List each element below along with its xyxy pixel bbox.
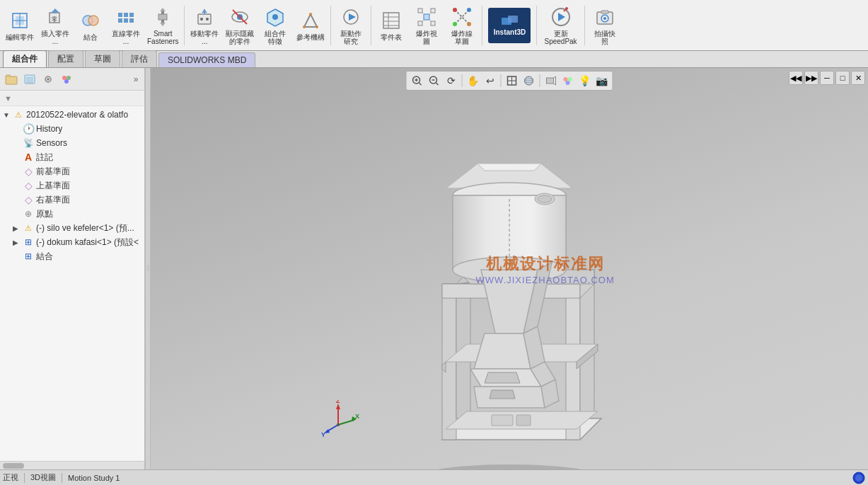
status-3d-view[interactable]: 3D視圖 [30,472,56,483]
move-part-btn[interactable]: 移動零件... [187,3,221,48]
panel-icon-folder[interactable] [3,71,20,88]
front-plane-icon: ◇ [23,166,34,177]
svg-point-65 [603,17,606,20]
toolbar-divider-5 [536,6,537,45]
svg-point-55 [453,22,457,26]
svg-marker-91 [554,76,556,85]
expand-icon-dokum: ▶ [13,239,23,246]
svg-point-139 [337,423,340,426]
speedpak-label: 更新SpeedPak [544,30,577,45]
panel-icon-settings[interactable] [40,71,57,88]
panel-toolbar: » [0,68,144,91]
exploded-view-label: 爆炸視圖 [416,30,437,45]
vp-zoom-in-btn[interactable] [410,73,425,89]
h-scrollbar[interactable] [0,461,144,469]
tree-label-combine: 結合 [36,251,53,263]
speedpak-btn[interactable]: 更新SpeedPak [540,3,581,48]
svg-rect-43 [418,8,422,13]
vp-view-btn[interactable] [504,73,520,89]
vp-sphere-btn[interactable] [521,73,537,89]
combine-btn[interactable]: 結合 [74,3,108,48]
panel-icon-color[interactable] [58,71,75,88]
combine-label: 結合 [83,33,98,41]
vp-divider-3 [540,74,540,87]
svg-marker-126 [485,372,520,383]
vp-undo-btn[interactable]: ↩ [482,73,498,89]
origin-icon: ⊕ [23,208,34,219]
svg-point-28 [272,14,278,20]
toolbar-divider-4 [482,6,482,45]
svg-point-75 [66,76,71,80]
vp-light-btn[interactable]: 💡 [577,73,593,89]
h-scroll-thumb[interactable] [3,463,24,469]
linear-pattern-btn[interactable]: 直線零件... [109,3,143,48]
tab-solidworks-mbd[interactable]: SOLIDWORKS MBD [158,52,255,67]
vp-pan-btn[interactable]: ✋ [465,73,481,89]
tab-config[interactable]: 配置 [48,50,83,67]
vp-zoom-out-btn[interactable] [427,73,442,89]
tree-item-root[interactable]: ▼ ⚠ 20120522-elevator & olatfo [0,108,144,122]
tree-item-origin[interactable]: ⊕ 原點 [0,207,144,221]
new-motion-btn[interactable]: 新動作研究 [334,3,368,48]
collapse-left-btn[interactable]: ◀◀ [789,71,803,85]
assembly-feature-btn[interactable]: 組合件特徵 [258,3,292,48]
status-bar: 正視 3D視圖 Motion Study 1 [0,469,868,485]
panel-expand-btn[interactable]: » [130,71,141,88]
svg-rect-13 [124,18,128,23]
status-motion-study[interactable]: Motion Study 1 [68,474,120,482]
minimize-btn[interactable]: ─ [820,71,834,85]
tree-item-annotation[interactable]: A 註記 [0,150,144,164]
vp-color-btn[interactable] [560,73,576,89]
tab-drawing[interactable]: 草圖 [85,50,120,67]
svg-point-56 [467,22,471,26]
insert-part-btn[interactable]: 零 插入零件... [38,3,72,48]
svg-point-53 [453,8,457,12]
svg-rect-129 [516,415,531,426]
svg-text:Y: Y [321,431,325,438]
exploded-view-btn[interactable]: 爆炸視圖 [410,3,444,48]
smart-fasteners-label: SmartFasteners [147,30,178,45]
tree-item-history[interactable]: 🕐 History [0,122,144,136]
tab-evaluate[interactable]: 評估 [122,50,157,67]
expand-icon-silo: ▶ [13,224,23,232]
svg-point-62 [565,7,568,10]
vp-camera-btn[interactable]: 📷 [594,73,610,89]
instant3d-btn[interactable]: Instant3D [488,8,531,43]
vp-shading-btn[interactable] [543,73,559,89]
parts-table-label: 零件表 [381,33,402,41]
tree-item-silo[interactable]: ▶ ⚠ (-) silo ve kefeler<1> (預... [0,221,144,235]
svg-marker-131 [336,404,340,409]
tree-item-combine[interactable]: ⊞ 結合 [0,249,144,263]
tab-assembly[interactable]: 組合件 [3,50,47,67]
svg-marker-110 [478,164,541,171]
main-area: » ▼ ▼ ⚠ 20120522-elevator & olatfo 🕐 His… [0,68,868,469]
parts-table-btn[interactable]: 零件表 [374,3,408,48]
reference-icon [299,9,322,32]
tree-item-right-plane[interactable]: ◇ 右基準面 [0,193,144,207]
explode-line-btn[interactable]: 爆炸線草圖 [445,3,479,48]
svg-rect-42 [424,14,429,20]
tree-label-front-plane: 前基準面 [36,166,70,178]
svg-rect-66 [601,11,608,13]
tree-item-top-plane[interactable]: ◇ 上基準面 [0,178,144,193]
tree-label-origin: 原點 [36,208,53,220]
reference-btn[interactable]: 參考機構 [294,3,328,48]
smart-fasteners-btn[interactable]: SmartFasteners [144,3,181,48]
tree-item-sensors[interactable]: 📡 Sensors [0,136,144,150]
tree-item-dokum[interactable]: ▶ ⊞ (-) dokum kafasi<1> (預設< [0,235,144,249]
3d-viewport[interactable]: ⟳ ✋ ↩ [151,68,868,469]
capture-btn[interactable]: 拍攝快照 [588,3,622,48]
maximize-btn[interactable]: □ [835,71,850,85]
svg-rect-9 [118,13,122,17]
vp-rotate-btn[interactable]: ⟳ [444,73,459,89]
resize-handle[interactable]: ⋮ [145,68,151,469]
svg-point-8 [88,16,98,25]
show-hidden-btn[interactable]: 顯示隱藏的零件 [223,3,257,48]
edit-assembly-icon [8,9,31,32]
collapse-right-btn[interactable]: ▶▶ [804,71,818,85]
edit-assembly-btn[interactable]: 編輯零件 [3,3,37,48]
svg-rect-10 [124,13,128,17]
close-viewport-btn[interactable]: ✕ [851,71,865,85]
panel-icon-list[interactable] [21,71,38,88]
tree-item-front-plane[interactable]: ◇ 前基準面 [0,164,144,178]
